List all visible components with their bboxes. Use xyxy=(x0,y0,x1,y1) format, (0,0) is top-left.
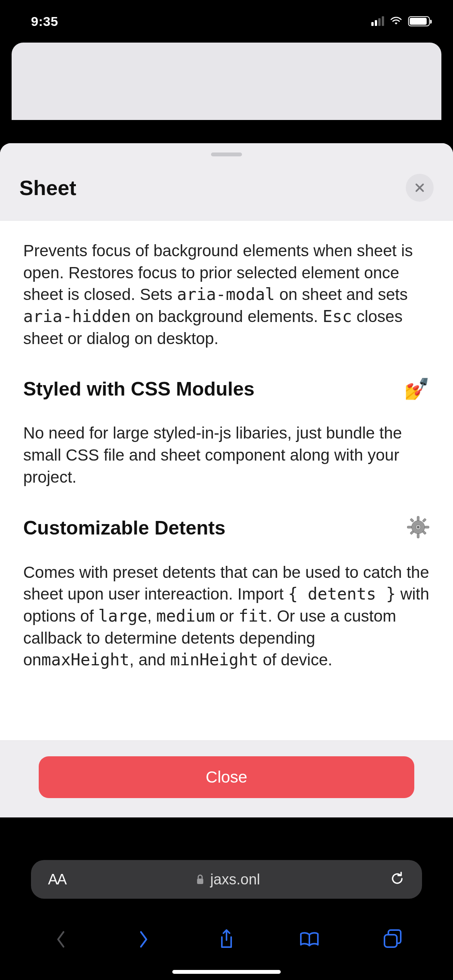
safari-address-bar: AA jaxs.onl xyxy=(0,860,453,906)
reload-button[interactable] xyxy=(390,871,405,888)
cellular-icon xyxy=(371,17,384,26)
css-paragraph: No need for large styled-in-js libaries,… xyxy=(23,422,430,488)
section-heading-css: Styled with CSS Modules 💅 xyxy=(23,377,430,401)
bookmarks-button[interactable] xyxy=(299,929,320,950)
book-icon xyxy=(299,931,320,948)
sheet-body[interactable]: Prevents focus of background elements wh… xyxy=(0,221,453,740)
svg-rect-11 xyxy=(197,879,203,884)
sheet-grabber[interactable] xyxy=(211,152,242,156)
svg-rect-3 xyxy=(407,526,412,528)
section-heading-detents: Customizable Detents xyxy=(23,516,430,540)
sheet: Sheet Prevents focus of background eleme… xyxy=(0,143,453,817)
detents-paragraph: Comes with preset detents that can be us… xyxy=(23,562,430,671)
heading-css-modules: Styled with CSS Modules xyxy=(23,378,254,400)
battery-icon xyxy=(408,16,430,26)
svg-rect-2 xyxy=(417,533,419,538)
svg-rect-5 xyxy=(410,518,414,522)
intro-paragraph: Prevents focus of background elements wh… xyxy=(23,240,430,350)
heading-detents: Customizable Detents xyxy=(23,517,225,539)
text-size-button[interactable]: AA xyxy=(48,871,66,888)
status-time: 9:35 xyxy=(31,14,58,29)
chevron-left-icon xyxy=(55,930,67,949)
tabs-icon xyxy=(382,929,402,949)
svg-rect-4 xyxy=(425,526,429,528)
sheet-title: Sheet xyxy=(19,176,76,200)
url-text: jaxs.onl xyxy=(210,871,260,888)
safari-toolbar xyxy=(0,914,453,965)
gear-icon xyxy=(407,516,430,540)
svg-rect-7 xyxy=(422,518,427,522)
sheet-footer: Close xyxy=(0,740,453,817)
back-button[interactable] xyxy=(50,929,72,950)
sheet-header: Sheet xyxy=(0,143,453,221)
tabs-button[interactable] xyxy=(381,929,403,950)
close-button[interactable] xyxy=(406,174,434,202)
share-button[interactable] xyxy=(216,929,237,950)
svg-rect-12 xyxy=(384,935,397,947)
close-sheet-button[interactable]: Close xyxy=(39,756,414,798)
status-icons xyxy=(371,16,430,26)
status-bar: 9:35 xyxy=(0,0,453,43)
home-indicator[interactable] xyxy=(172,970,281,974)
url-pill[interactable]: AA jaxs.onl xyxy=(31,860,422,899)
nail-polish-icon: 💅 xyxy=(404,377,430,401)
forward-button[interactable] xyxy=(133,929,154,950)
svg-point-10 xyxy=(417,526,419,528)
chevron-right-icon xyxy=(138,930,149,949)
close-icon xyxy=(414,182,426,194)
wifi-icon xyxy=(390,17,403,26)
svg-rect-1 xyxy=(417,516,419,520)
share-icon xyxy=(218,929,235,950)
lock-icon xyxy=(196,874,205,885)
reload-icon xyxy=(390,871,405,886)
